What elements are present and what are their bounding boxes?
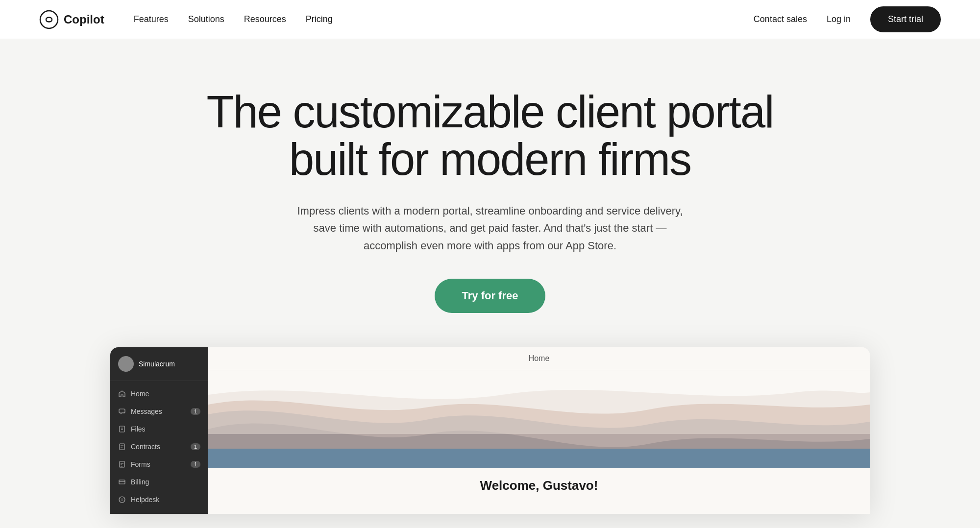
- nav-item-features[interactable]: Features: [134, 14, 169, 24]
- navbar: Copilot Features Solutions Resources Pri…: [0, 0, 980, 39]
- nav-link-pricing[interactable]: Pricing: [306, 14, 333, 24]
- sidebar-label-helpdesk: Helpdesk: [131, 496, 159, 504]
- sidebar-label-billing: Billing: [131, 478, 149, 486]
- try-for-free-button[interactable]: Try for free: [435, 279, 546, 313]
- welcome-text: Welcome, Gustavo!: [480, 478, 598, 493]
- app-preview: Simulacrum Home: [110, 347, 870, 514]
- svg-point-0: [40, 11, 58, 28]
- nav-link-resources[interactable]: Resources: [244, 14, 286, 24]
- svg-rect-5: [119, 480, 125, 484]
- forms-badge: 1: [191, 461, 200, 468]
- messages-icon: [118, 408, 126, 415]
- contact-sales-link[interactable]: Contact sales: [754, 14, 807, 24]
- logo-icon: [39, 10, 59, 29]
- nav-right: Contact sales Log in Start trial: [754, 6, 941, 32]
- welcome-section: Welcome, Gustavo!: [208, 468, 870, 493]
- forms-icon: [118, 460, 126, 468]
- nav-item-pricing[interactable]: Pricing: [306, 14, 333, 24]
- log-in-link[interactable]: Log in: [827, 14, 851, 24]
- nav-link-solutions[interactable]: Solutions: [188, 14, 224, 24]
- sidebar-item-helpdesk[interactable]: Helpdesk: [110, 491, 208, 508]
- sidebar-label-files: Files: [131, 425, 146, 433]
- sidebar-label-home: Home: [131, 390, 149, 398]
- contracts-badge: 1: [191, 443, 200, 450]
- hero-title: The customizable client portal built for…: [172, 88, 808, 183]
- nav-item-solutions[interactable]: Solutions: [188, 14, 224, 24]
- svg-rect-2: [120, 426, 124, 432]
- app-sidebar: Simulacrum Home: [110, 347, 208, 514]
- sidebar-label-forms: Forms: [131, 460, 150, 468]
- hero-section: The customizable client portal built for…: [0, 39, 980, 528]
- sidebar-item-files[interactable]: Files: [110, 420, 208, 438]
- sidebar-nav: Home Messages 1: [110, 381, 208, 514]
- sidebar-item-home[interactable]: Home: [110, 385, 208, 403]
- sidebar-label-messages: Messages: [131, 408, 162, 415]
- svg-rect-1: [119, 409, 125, 413]
- nav-left: Copilot Features Solutions Resources Pri…: [39, 10, 333, 29]
- helpdesk-icon: [118, 496, 126, 504]
- logo-text: Copilot: [64, 13, 104, 26]
- sidebar-item-billing[interactable]: Billing: [110, 473, 208, 491]
- logo[interactable]: Copilot: [39, 10, 104, 29]
- nav-item-resources[interactable]: Resources: [244, 14, 286, 24]
- start-trial-button[interactable]: Start trial: [870, 6, 941, 32]
- sidebar-item-messages[interactable]: Messages 1: [110, 403, 208, 420]
- hero-subtitle: Impress clients with a modern portal, st…: [294, 202, 686, 254]
- app-main-content: Home Welcome, Gustavo!: [208, 347, 870, 514]
- files-icon: [118, 425, 126, 433]
- billing-icon: [118, 478, 126, 486]
- avatar: [118, 356, 134, 372]
- home-icon: [118, 390, 126, 398]
- sidebar-header: Simulacrum: [110, 347, 208, 381]
- svg-rect-3: [120, 444, 124, 450]
- company-name: Simulacrum: [139, 360, 175, 368]
- wave-chart: [208, 370, 870, 468]
- app-main-header: Home: [208, 347, 870, 370]
- contracts-icon: [118, 443, 126, 451]
- nav-links: Features Solutions Resources Pricing: [134, 14, 333, 24]
- sidebar-item-contracts[interactable]: Contracts 1: [110, 438, 208, 456]
- sidebar-item-forms[interactable]: Forms 1: [110, 456, 208, 473]
- nav-link-features[interactable]: Features: [134, 14, 169, 24]
- sidebar-label-contracts: Contracts: [131, 443, 160, 451]
- messages-badge: 1: [191, 408, 200, 415]
